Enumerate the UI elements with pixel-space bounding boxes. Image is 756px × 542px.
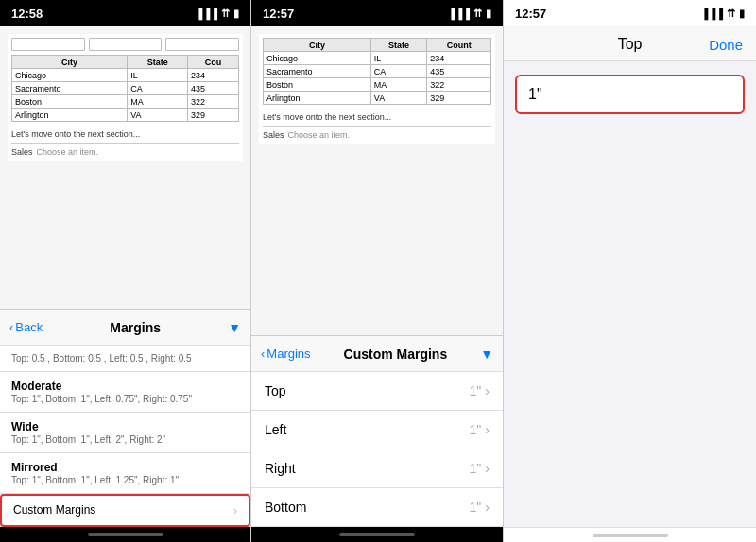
custom-margins-nav-bar: ‹ Margins Custom Margins ▼ [251,336,503,372]
back-button-1[interactable]: ‹ Back [9,320,43,334]
dropdown-arrow-icon-2[interactable]: ▼ [480,347,493,362]
margins-title: Margins [48,320,222,335]
table-row: ChicagoIL234 [264,52,491,65]
status-bar-2: 12:57 ▐▐▐ ⇈ ▮ [251,0,503,26]
custom-margins-list: Top 1" › Left 1" › Right 1" › [251,372,503,527]
back-chevron-icon: ‹ [9,320,13,334]
margin-item-moderate[interactable]: Moderate Top: 1", Bottom: 1", Left: 0.75… [0,372,250,413]
home-bar-1 [0,527,250,542]
custom-margins-item[interactable]: Custom Margins › [0,494,250,527]
time-1: 12:58 [11,7,43,21]
status-icons-1: ▐▐▐ ⇈ ▮ [196,8,239,20]
top-nav: Top Done [504,26,756,61]
data-table-1: City State Cou ChicagoIL234SacramentoCA4… [11,55,239,122]
chevron-right-icon-bottom: › [485,500,490,515]
table-row: ArlingtonVA329 [12,109,239,122]
back-chevron-icon-2: ‹ [261,347,265,361]
home-bar-3 [504,527,756,542]
wifi-icon-2: ⇈ [473,8,482,20]
chevron-right-icon-left: › [485,422,490,437]
signal-icon-3: ▐▐▐ [701,8,723,19]
margins-list: Top: 0.5 , Bottom: 0.5 , Left: 0.5 , Rig… [0,346,250,527]
chevron-right-icon-top: › [485,383,490,398]
status-bar-3: 12:57 ▐▐▐ ⇈ ▮ [504,0,756,26]
margin-item-wide[interactable]: Wide Top: 1", Bottom: 1", Left: 2", Righ… [0,413,250,453]
status-icons-3: ▐▐▐ ⇈ ▮ [701,8,745,20]
battery-icon: ▮ [233,8,239,20]
cm-bottom[interactable]: Bottom 1" › [251,488,503,527]
panel-margins: 12:58 ▐▐▐ ⇈ ▮ City State Cou [0,0,251,542]
table-row: ArlingtonVA329 [264,92,491,105]
home-bar-2 [251,527,503,542]
top-nav-title: Top [618,36,643,53]
chevron-right-icon: › [233,503,237,517]
dropdown-arrow-icon[interactable]: ▼ [228,320,241,335]
table-row: SacramentoCA435 [264,65,491,78]
table-row: SacramentoCA435 [12,82,239,95]
doc-content-2: City State Count ChicagoIL234SacramentoC… [251,26,503,335]
custom-margins-title: Custom Margins [317,347,475,362]
margins-panel: ‹ Back Margins ▼ Top: 0.5 , Bottom: 0.5 … [0,309,250,542]
margin-item-mirrored[interactable]: Mirrored Top: 1", Bottom: 1", Left: 1.25… [0,453,250,494]
cm-right[interactable]: Right 1" › [251,449,503,488]
table-row: BostonMA322 [264,78,491,92]
home-indicator-1 [88,533,163,536]
status-icons-2: ▐▐▐ ⇈ ▮ [448,8,491,20]
top-input-screen: Top Done 1" [504,26,756,527]
top-value-input[interactable]: 1" [515,75,745,114]
battery-icon-3: ▮ [739,8,745,20]
done-button[interactable]: Done [709,37,743,53]
time-2: 12:57 [263,7,294,21]
home-indicator-2 [339,533,415,536]
panel-custom-margins: 12:57 ▐▐▐ ⇈ ▮ City State Count ChicagoIL… [251,0,504,542]
margin-item-normal[interactable]: Top: 0.5 , Bottom: 0.5 , Left: 0.5 , Rig… [0,346,250,372]
time-3: 12:57 [515,7,546,21]
margins-nav-bar: ‹ Back Margins ▼ [0,310,250,346]
custom-margins-panel: ‹ Margins Custom Margins ▼ Top 1" › Left… [251,335,503,542]
panel-top-input: 12:57 ▐▐▐ ⇈ ▮ Top Done 1" [504,0,756,542]
wifi-icon-3: ⇈ [727,8,735,20]
home-indicator-3 [593,534,668,537]
wifi-icon: ⇈ [221,8,230,20]
doc-text-2: Let's move onto the next section... [263,112,491,122]
doc-text-1: Let's move onto the next section... [11,129,239,139]
battery-icon-2: ▮ [486,8,491,20]
back-button-2[interactable]: ‹ Margins [261,347,311,361]
signal-icon: ▐▐▐ [196,8,217,19]
cm-left[interactable]: Left 1" › [251,411,503,449]
table-row: BostonMA322 [12,95,239,109]
cm-top[interactable]: Top 1" › [251,372,503,411]
data-table-2: City State Count ChicagoIL234SacramentoC… [263,38,491,105]
signal-icon-2: ▐▐▐ [448,8,470,19]
status-bar-1: 12:58 ▐▐▐ ⇈ ▮ [0,0,250,26]
chevron-right-icon-right: › [485,461,490,476]
dropdown-2[interactable]: Sales Choose an item. [263,130,491,140]
doc-content-1: City State Cou ChicagoIL234SacramentoCA4… [0,26,250,309]
table-row: ChicagoIL234 [12,69,239,82]
dropdown-1[interactable]: Sales Choose an item. [11,147,239,157]
